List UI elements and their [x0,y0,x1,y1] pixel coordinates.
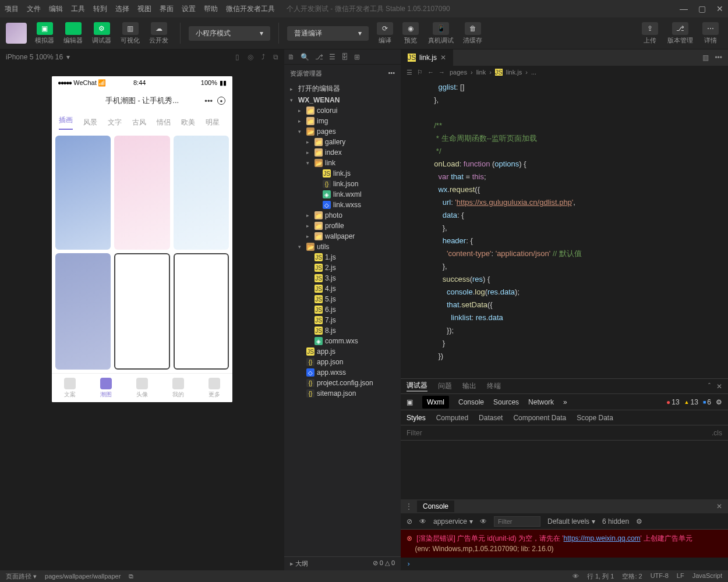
phone-tab-6[interactable]: 明星 [206,118,220,127]
phone-simulator[interactable]: ●●●●●WeChat📶 8:44 100%▮▮ 手机潮图 - 让手机秀... … [52,76,232,402]
tree-index[interactable]: ▸📁index [284,147,401,158]
more-icon[interactable]: ••• [715,54,722,62]
nav-fwd-icon[interactable]: → [439,69,445,76]
sb-item[interactable]: 行 1, 列 1 [587,572,614,581]
phone-nav-0[interactable]: 文案 [64,378,76,399]
tree-5.js[interactable]: JS5.js [284,294,401,304]
tree-app.json[interactable]: {}app.json [284,357,401,367]
scopedata-tab[interactable]: Scope Data [577,414,613,422]
tree-8.js[interactable]: JS8.js [284,325,401,336]
toolbar-调试器[interactable]: ⚙调试器 [89,21,115,46]
dataset-tab[interactable]: Dataset [479,414,503,422]
tree-colorui[interactable]: ▸📁colorui [284,105,401,116]
target-circle-icon[interactable]: ● [217,97,225,105]
chevron-up-icon[interactable]: ˆ [708,382,711,391]
mode-dropdown[interactable]: 小程序模式▾ [189,26,270,41]
menu-文件[interactable]: 文件 [27,4,41,14]
tree-3.js[interactable]: JS3.js [284,273,401,283]
toolbar-上传[interactable]: ⇪上传 [638,21,662,46]
editor-tab[interactable]: JSlink.js✕ [401,49,453,66]
error-link[interactable]: https://mp.weixin.qq.com [564,534,641,542]
sb-path-label[interactable]: 页面路径 ▾ [6,572,37,581]
tree-profile[interactable]: ▸📁profile [284,221,401,231]
breadcrumb-toggle-icon[interactable]: ☰ [407,69,412,76]
sb-item[interactable]: 空格: 2 [622,572,642,581]
sb-item[interactable]: UTF-8 [651,572,669,581]
toolbar-编辑器[interactable]: 编辑器 [60,21,86,46]
target-icon[interactable]: ◎ [248,53,253,61]
tree-link.wxss[interactable]: ◇link.wxss [284,200,401,210]
tab-problems[interactable]: 问题 [438,381,452,391]
minimize-icon[interactable]: — [680,4,688,13]
tab-terminal[interactable]: 终端 [487,381,501,391]
menu-编辑[interactable]: 编辑 [49,4,63,14]
eye-icon[interactable]: 👁 [419,517,426,526]
device-label[interactable]: iPhone 5 100% 16 [6,53,63,61]
copy-icon[interactable]: ⧉ [129,573,133,580]
copy-icon[interactable]: ⧉ [273,53,278,61]
menu-工具[interactable]: 工具 [71,4,85,14]
live-expr-icon[interactable]: 👁 [480,517,487,526]
ext-icon[interactable]: ⊞ [354,53,360,61]
db-icon[interactable]: 🗄 [341,53,348,61]
cls-toggle[interactable]: .cls [712,429,722,437]
console-drawer-toggle-icon[interactable]: ⋮ [401,502,417,510]
tree-photo[interactable]: ▸📁photo [284,210,401,221]
console-filter-input[interactable] [494,516,540,527]
tree-gallery[interactable]: ▸📁gallery [284,137,401,147]
toolbar-清缓存[interactable]: 🗑清缓存 [460,21,486,46]
tree-app.wxss[interactable]: ◇app.wxss [284,367,401,378]
context-select[interactable]: appservice▾ [433,517,473,526]
hidden-count[interactable]: 6 hidden [602,517,629,526]
phone-tab-1[interactable]: 风景 [83,118,97,127]
tree-utils[interactable]: ▾📂utils [284,242,401,252]
phone-portrait-icon[interactable]: ▯ [235,53,239,61]
tab-debugger[interactable]: 调试器 [407,381,427,392]
tree-link.json[interactable]: {}link.json [284,179,401,189]
menu-项目[interactable]: 项目 [5,4,19,14]
code-editor[interactable]: gglist: [] }, /** * 生命周期函数--监听页面加载 */ on… [401,79,728,378]
nav-back-icon[interactable]: ← [427,69,434,76]
search-icon[interactable]: 🔍 [301,53,309,61]
styles-tab[interactable]: Styles [407,414,426,422]
tree-1.js[interactable]: JS1.js [284,252,401,262]
sb-path[interactable]: pages/wallpaper/wallpaper [45,573,121,580]
more-icon[interactable]: ••• [388,69,395,78]
toolbar-云开发[interactable]: ☁云开发 [146,21,172,46]
panel-more-icon[interactable]: » [563,398,567,406]
toolbar-详情[interactable]: ⋯详情 [699,21,722,46]
menu-微信开发者工具[interactable]: 微信开发者工具 [226,4,275,14]
computed-tab[interactable]: Computed [436,414,468,422]
gear-icon[interactable]: ⚙ [636,517,642,526]
sb-item[interactable]: LF [677,572,684,581]
tree-4.js[interactable]: JS4.js [284,283,401,294]
tree-app.js[interactable]: JSapp.js [284,346,401,357]
toolbar-可视化[interactable]: ▥可视化 [117,21,143,46]
toolbar-编译[interactable]: ⟳编译 [373,21,397,46]
tree-img[interactable]: ▸📁img [284,116,401,126]
toolbar-版本管理[interactable]: ⎇版本管理 [664,21,697,46]
maximize-icon[interactable]: ▢ [698,4,706,13]
menu-设置[interactable]: 设置 [182,4,196,14]
sb-item[interactable]: JavaScript [692,572,722,581]
tab-output[interactable]: 输出 [462,381,476,391]
phone-tab-3[interactable]: 古风 [132,118,146,127]
tree-sitemap.json[interactable]: {}sitemap.json [284,388,401,399]
tree-link.wxml[interactable]: ◈link.wxml [284,189,401,200]
panel-wxml[interactable]: Wxml [422,396,449,409]
files-icon[interactable]: 🗎 [288,53,295,61]
panel-network[interactable]: Network [528,398,554,406]
tree-project.config.json[interactable]: {}project.config.json [284,378,401,388]
tab-close-icon[interactable]: ✕ [440,54,446,62]
compile-dropdown[interactable]: 普通编译▾ [287,26,369,41]
phone-nav-3[interactable]: 我的 [172,378,184,399]
split-icon[interactable]: ▥ [702,54,709,62]
tree-6.js[interactable]: JS6.js [284,304,401,315]
componentdata-tab[interactable]: Component Data [513,414,566,422]
branch-icon[interactable]: ⎇ [315,53,323,61]
phone-nav-2[interactable]: 头像 [136,378,148,399]
avatar[interactable] [6,23,27,44]
eye-icon[interactable]: 👁 [572,573,579,580]
section-open-editors[interactable]: ▸打开的编辑器 [284,83,401,95]
tree-wallpaper[interactable]: ▸📁wallpaper [284,231,401,242]
